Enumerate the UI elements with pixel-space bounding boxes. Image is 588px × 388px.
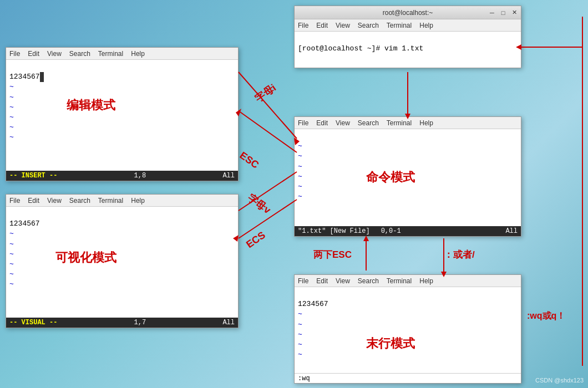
menu-help[interactable]: Help (419, 22, 433, 29)
minimize-btn[interactable]: ─ (488, 8, 496, 17)
visual-tilde3: ~ (9, 250, 14, 258)
insert-tilde3: ~ (9, 103, 14, 111)
cmd-menu-file[interactable]: File (298, 119, 308, 127)
top-terminal-title: root@localhost:~ (383, 9, 433, 17)
insert-menu-file[interactable]: File (9, 50, 20, 58)
visual-all: All (222, 319, 235, 326)
visual-tilde6: ~ (9, 280, 14, 288)
ll-menu-terminal[interactable]: Terminal (387, 277, 412, 285)
insert-menu-search[interactable]: Search (69, 50, 90, 58)
close-btn[interactable]: ✕ (510, 8, 519, 17)
insert-line1: 1234567 (9, 73, 44, 81)
ll-menu-view[interactable]: View (336, 277, 350, 285)
two-esc-annotation: 两下ESC (313, 248, 352, 261)
ll-menu-edit[interactable]: Edit (316, 277, 328, 285)
ll-line1: 1234567 (298, 300, 328, 308)
edit-mode-annotation: 编辑模式 (67, 97, 115, 114)
cmd-tilde5: ~ (298, 182, 302, 191)
menu-edit[interactable]: Edit (316, 22, 328, 29)
lastline-cmd: :wq (298, 375, 310, 382)
visual-position: 1,7 (134, 319, 146, 326)
cmd-menu-search[interactable]: Search (358, 119, 379, 127)
colon-or-slash-annotation: ：或者/ (444, 248, 475, 261)
cmd-tilde3: ~ (298, 162, 302, 171)
visual-mode-content: 1234567 ~ ~ ~ ~ ~ ~ (6, 207, 238, 318)
cmd-tilde6: ~ (298, 192, 302, 201)
letter-v-annotation: 字母v (245, 191, 273, 217)
visual-mode-annotation: 可视化模式 (55, 249, 116, 266)
insert-all: All (222, 172, 235, 180)
cmd-menu-help[interactable]: Help (419, 119, 433, 127)
lastline-mode-content: 1234567 ~ ~ ~ ~ ~ (295, 287, 521, 373)
cmd-menu-edit[interactable]: Edit (316, 119, 328, 127)
cmd-tilde2: ~ (298, 152, 302, 160)
svg-line-11 (239, 111, 297, 152)
visual-menu-help[interactable]: Help (131, 197, 145, 205)
cmd-status-all: All (505, 227, 518, 235)
svg-line-9 (239, 72, 297, 139)
insert-menu-help[interactable]: Help (131, 50, 145, 58)
insert-menubar: File Edit View Search Terminal Help (6, 48, 238, 60)
titlebar-buttons: ─ □ ✕ (488, 8, 519, 17)
insert-mode-window: File Edit View Search Terminal Help 1234… (6, 47, 239, 181)
top-terminal-content: [root@localhost ~]# vim 1.txt (295, 32, 521, 68)
wq-annotation: :wq或q！ (527, 310, 565, 322)
menu-search[interactable]: Search (358, 22, 379, 29)
cmd-menu-terminal[interactable]: Terminal (387, 119, 412, 127)
lastline-mode-window: File Edit View Search Terminal Help 1234… (294, 274, 521, 384)
visual-menu-edit[interactable]: Edit (28, 197, 39, 205)
visual-menu-view[interactable]: View (47, 197, 62, 205)
visual-menu-terminal[interactable]: Terminal (98, 197, 123, 205)
visual-menu-file[interactable]: File (9, 197, 20, 205)
ll-menu-file[interactable]: File (298, 277, 308, 285)
watermark: CSDN @shdx123 (535, 377, 584, 384)
ll-tilde4: ~ (298, 340, 302, 349)
visual-line1: 1234567 (9, 219, 40, 228)
insert-statusbar: -- INSERT -- 1,8 All (6, 171, 238, 181)
ll-tilde5: ~ (298, 350, 302, 359)
menu-terminal[interactable]: Terminal (387, 22, 412, 29)
ll-tilde2: ~ (298, 320, 302, 329)
insert-menu-edit[interactable]: Edit (28, 50, 39, 58)
esc-annotation: ESC (237, 150, 261, 171)
ll-menu-help[interactable]: Help (419, 277, 433, 285)
insert-tilde4: ~ (9, 113, 14, 121)
insert-tilde1: ~ (9, 83, 14, 91)
insert-menu-terminal[interactable]: Terminal (98, 50, 123, 58)
top-terminal-window: root@localhost:~ ─ □ ✕ File Edit View Se… (294, 6, 521, 68)
top-terminal-menubar: File Edit View Search Terminal Help (295, 19, 521, 32)
ll-tilde1: ~ (298, 310, 302, 318)
insert-mode-content: 1234567 ~ ~ ~ ~ ~ ~ (6, 60, 238, 171)
visual-mode-window: File Edit View Search Terminal Help 1234… (6, 194, 239, 328)
visual-menu-search[interactable]: Search (69, 197, 90, 205)
insert-tilde5: ~ (9, 123, 14, 131)
command-statusbar: "1.txt" [New File] 0,0-1 All (295, 226, 521, 236)
lastline-menubar: File Edit View Search Terminal Help (295, 275, 521, 287)
insert-mode-label: -- INSERT -- (9, 172, 57, 180)
menu-file[interactable]: File (298, 22, 308, 29)
insert-menu-view[interactable]: View (47, 50, 62, 58)
insert-position: 1,8 (134, 172, 146, 180)
insert-tilde6: ~ (9, 133, 14, 141)
visual-tilde1: ~ (9, 229, 14, 238)
top-terminal-titlebar: root@localhost:~ ─ □ ✕ (295, 6, 521, 19)
cmd-menu-view[interactable]: View (336, 119, 350, 127)
visual-statusbar: -- VISUAL -- 1,7 All (6, 318, 238, 328)
prompt-line: [root@localhost ~]# vim 1.txt (298, 44, 423, 53)
cmd-tilde4: ~ (298, 172, 302, 181)
visual-tilde2: ~ (9, 240, 14, 248)
visual-menubar: File Edit View Search Terminal Help (6, 195, 238, 207)
visual-mode-label: -- VISUAL -- (9, 319, 57, 326)
ll-menu-search[interactable]: Search (358, 277, 379, 285)
cmd-tilde1: ~ (298, 142, 302, 150)
letter-i-annotation: 字母i (252, 81, 278, 105)
cmd-status-pos: 0,0-1 (381, 227, 401, 235)
menu-view[interactable]: View (336, 22, 350, 29)
cmd-status-file: "1.txt" [New File] (298, 227, 370, 235)
lastline-cmdline: :wq (295, 373, 521, 383)
command-mode-annotation: 命令模式 (366, 169, 415, 186)
visual-tilde4: ~ (9, 260, 14, 268)
ll-tilde3: ~ (298, 330, 302, 339)
ecs-annotation: ECS (244, 229, 267, 251)
maximize-btn[interactable]: □ (499, 8, 508, 17)
